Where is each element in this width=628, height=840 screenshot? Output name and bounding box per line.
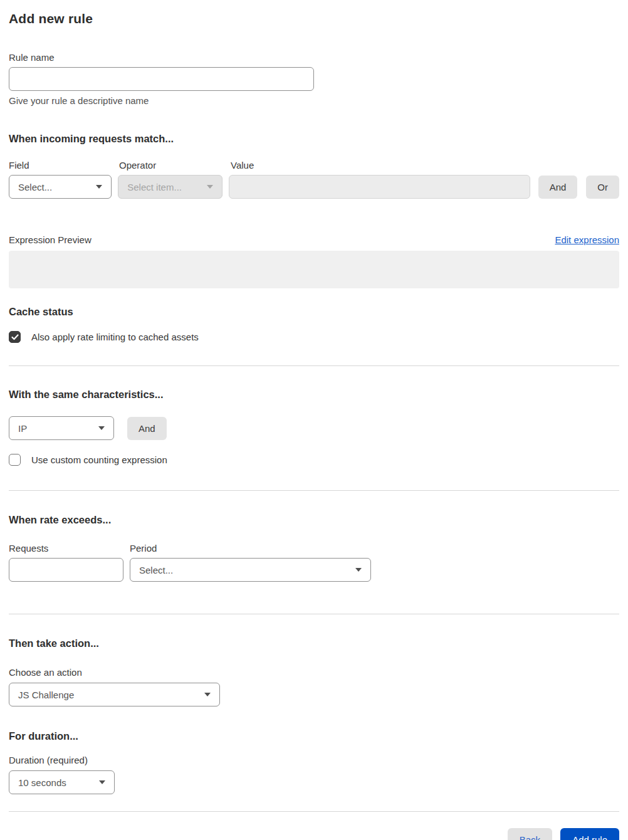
- chevron-down-icon: [355, 568, 362, 572]
- add-rule-button[interactable]: Add rule: [560, 828, 619, 840]
- characteristic-select[interactable]: IP: [9, 416, 114, 440]
- chevron-down-icon: [98, 426, 105, 430]
- period-select-value: Select...: [139, 565, 173, 575]
- cached-assets-label: Also apply rate limiting to cached asset…: [31, 332, 199, 342]
- match-section-heading: When incoming requests match...: [9, 133, 619, 145]
- chevron-down-icon: [204, 693, 211, 696]
- section-divider: [9, 365, 619, 366]
- chevron-down-icon: [99, 780, 105, 784]
- and-button[interactable]: And: [538, 176, 578, 199]
- page-title: Add new rule: [9, 11, 619, 26]
- section-divider: [9, 614, 619, 614]
- operator-select-value: Select item...: [127, 182, 182, 192]
- back-button[interactable]: Back: [508, 828, 552, 840]
- footer-divider: [9, 811, 619, 812]
- cache-status-heading: Cache status: [9, 306, 619, 318]
- choose-action-label: Choose an action: [9, 667, 619, 678]
- field-label: Field: [9, 160, 119, 171]
- add-rule-form: Add new rule Rule name Give your rule a …: [0, 0, 628, 840]
- operator-select: Select item...: [118, 175, 222, 199]
- requests-input[interactable]: [9, 558, 123, 582]
- expression-preview-label: Expression Preview: [9, 234, 92, 245]
- operator-label: Operator: [119, 160, 231, 171]
- rate-heading: When rate exceeds...: [9, 514, 619, 526]
- checkmark-icon: [11, 334, 19, 340]
- or-button[interactable]: Or: [586, 176, 619, 199]
- field-select-value: Select...: [18, 182, 52, 192]
- action-select-value: JS Challenge: [18, 690, 74, 700]
- duration-select[interactable]: 10 seconds: [9, 770, 115, 794]
- action-heading: Then take action...: [9, 638, 619, 649]
- edit-expression-link[interactable]: Edit expression: [555, 234, 619, 245]
- duration-label: Duration (required): [9, 755, 619, 765]
- chevron-down-icon: [96, 185, 102, 189]
- chevron-down-icon: [207, 185, 213, 189]
- duration-heading: For duration...: [9, 730, 619, 742]
- cached-assets-checkbox[interactable]: [9, 331, 21, 343]
- rule-name-input[interactable]: [9, 67, 314, 91]
- custom-counting-checkbox[interactable]: [9, 454, 21, 466]
- value-label: Value: [231, 160, 254, 171]
- expression-preview-box: [9, 251, 619, 288]
- characteristic-select-value: IP: [18, 423, 27, 434]
- characteristics-and-button[interactable]: And: [127, 417, 167, 440]
- requests-label: Requests: [9, 543, 130, 554]
- period-label: Period: [130, 543, 157, 554]
- duration-select-value: 10 seconds: [18, 777, 66, 788]
- characteristics-heading: With the same characteristics...: [9, 389, 619, 401]
- value-input: [229, 175, 530, 199]
- action-select[interactable]: JS Challenge: [9, 683, 220, 706]
- custom-counting-label: Use custom counting expression: [31, 454, 167, 465]
- period-select[interactable]: Select...: [130, 558, 371, 582]
- rule-name-helper: Give your rule a descriptive name: [9, 95, 619, 106]
- section-divider: [9, 490, 619, 491]
- field-select[interactable]: Select...: [9, 175, 112, 199]
- rule-name-label: Rule name: [9, 52, 619, 63]
